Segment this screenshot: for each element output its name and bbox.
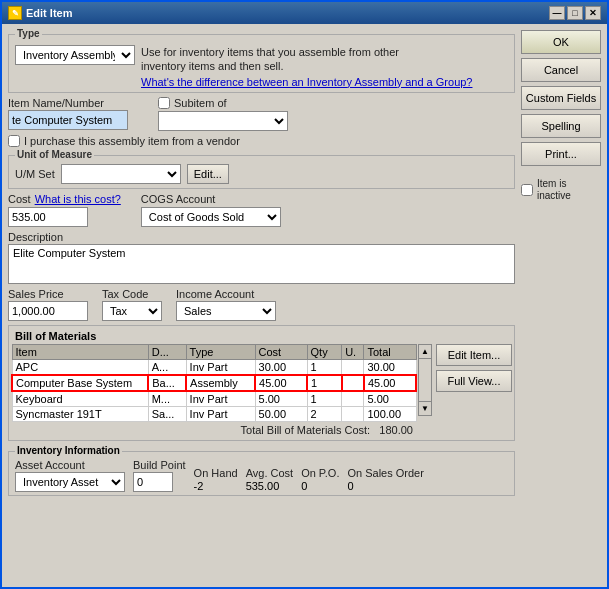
bom-cell-3-0: Syncmaster 191T [12,406,148,421]
custom-fields-button[interactable]: Custom Fields [521,86,601,110]
col-d: D... [148,344,186,359]
purchase-checkbox-row: I purchase this assembly item from a ven… [8,135,515,147]
print-button[interactable]: Print... [521,142,601,166]
item-name-input[interactable] [8,110,128,130]
bom-cell-2-3: 5.00 [255,391,307,407]
cogs-group: COGS Account Cost of Goods Sold [141,193,281,227]
bom-row-3[interactable]: Syncmaster 191TSa...Inv Part50.002100.00 [12,406,416,421]
scroll-up-btn[interactable]: ▲ [419,345,431,359]
type-section-label: Type [15,28,42,39]
uom-dropdown[interactable] [61,164,181,184]
income-account-group: Income Account Sales [176,288,276,321]
bom-cell-0-0: APC [12,359,148,375]
purchase-checkbox[interactable] [8,135,20,147]
cost-group: Cost What is this cost? [8,193,121,227]
main-form: Type Inventory Assembly Use for inventor… [8,30,515,581]
ok-button[interactable]: OK [521,30,601,54]
bom-cell-1-0: Computer Base System [12,375,148,391]
title-bar-buttons: — □ ✕ [549,6,601,20]
bom-cell-3-4: 2 [307,406,342,421]
cogs-dropdown[interactable]: Cost of Goods Sold [141,207,281,227]
bom-cell-3-5 [342,406,364,421]
edit-item-button[interactable]: Edit Item... [436,344,512,366]
col-item: Item [12,344,148,359]
avg-cost-label: Avg. Cost [246,467,294,479]
inactive-checkbox[interactable] [521,184,533,196]
bom-cell-3-1: Sa... [148,406,186,421]
asset-account-dropdown[interactable]: Inventory Asset [15,472,125,492]
bom-table: Item D... Type Cost Qty U. Total [11,344,417,422]
sales-price-input[interactable] [8,301,88,321]
type-description-group: Use for inventory items that you assembl… [141,45,472,88]
subitem-label: Subitem of [174,97,227,109]
cancel-button[interactable]: Cancel [521,58,601,82]
type-link[interactable]: What's the difference between an Invento… [141,76,472,88]
inv-info-label: Inventory Information [15,445,122,456]
sales-price-group: Sales Price [8,288,88,321]
bom-section: Bill of Materials Item D... Type Cost Qt… [8,325,515,441]
description-label: Description [8,231,515,243]
maximize-button[interactable]: □ [567,6,583,20]
window-icon: ✎ [8,6,22,20]
bom-cell-1-2: Assembly [186,375,255,391]
spelling-button[interactable]: Spelling [521,114,601,138]
bom-cell-1-3: 45.00 [255,375,307,391]
inactive-label: Item is inactive [537,178,601,202]
uom-sublabel: U/M Set [15,168,55,180]
bom-cell-0-6: 30.00 [364,359,416,375]
minimize-button[interactable]: — [549,6,565,20]
type-group: Inventory Assembly [15,45,135,65]
build-point-input[interactable] [133,472,173,492]
type-row: Inventory Assembly Use for inventory ite… [15,45,508,88]
bom-cell-1-5 [342,375,364,391]
bom-tbody: APCA...Inv Part30.00130.00Computer Base … [12,359,416,421]
col-total: Total [364,344,416,359]
close-button[interactable]: ✕ [585,6,601,20]
on-sales-order-col: On Sales Order 0 [347,467,423,492]
type-description: Use for inventory items that you assembl… [141,45,421,74]
bom-cell-2-6: 5.00 [364,391,416,407]
bom-cell-0-3: 30.00 [255,359,307,375]
subitem-dropdown[interactable] [158,111,288,131]
sales-tax-income-row: Sales Price Tax Code Tax Income Account … [8,288,515,321]
bom-row: Item D... Type Cost Qty U. Total [11,344,512,438]
type-section: Type Inventory Assembly Use for inventor… [8,34,515,93]
bom-cell-2-1: M... [148,391,186,407]
item-name-group: Item Name/Number [8,97,128,130]
on-po-label: On P.O. [301,467,339,479]
col-u: U. [342,344,364,359]
item-name-row: Item Name/Number Subitem of [8,97,515,131]
bom-cell-3-6: 100.00 [364,406,416,421]
bom-row-0[interactable]: APCA...Inv Part30.00130.00 [12,359,416,375]
bom-row-2[interactable]: KeyboardM...Inv Part5.0015.00 [12,391,416,407]
item-name-label: Item Name/Number [8,97,128,109]
cost-input[interactable] [8,207,88,227]
bom-row-1[interactable]: Computer Base SystemBa...Assembly45.0014… [12,375,416,391]
description-textarea[interactable]: Elite Computer System [8,244,515,284]
scroll-down-btn[interactable]: ▼ [419,401,431,415]
type-dropdown[interactable]: Inventory Assembly [15,45,135,65]
tax-code-group: Tax Code Tax [102,288,162,321]
full-view-button[interactable]: Full View... [436,370,512,392]
income-account-dropdown[interactable]: Sales [176,301,276,321]
bom-cell-1-1: Ba... [148,375,186,391]
bom-header-row: Item D... Type Cost Qty U. Total [12,344,416,359]
inactive-row: Item is inactive [521,178,601,202]
bom-cell-3-2: Inv Part [186,406,255,421]
content-area: Type Inventory Assembly Use for inventor… [2,24,607,587]
sales-price-label: Sales Price [8,288,88,300]
uom-section-label: Unit of Measure [15,149,94,160]
inventory-info-section: Inventory Information Asset Account Inve… [8,451,515,496]
build-point-label: Build Point [133,459,186,471]
subitem-checkbox-row: Subitem of [158,97,288,109]
col-qty: Qty [307,344,342,359]
cost-link[interactable]: What is this cost? [35,193,121,205]
bom-cell-0-2: Inv Part [186,359,255,375]
bom-total-row: Total Bill of Materials Cost: 180.00 [11,422,417,438]
uom-edit-button[interactable]: Edit... [187,164,229,184]
tax-code-dropdown[interactable]: Tax [102,301,162,321]
subitem-checkbox[interactable] [158,97,170,109]
col-cost: Cost [255,344,307,359]
bom-total-value: 180.00 [379,424,413,436]
avg-cost-value: 535.00 [246,480,294,492]
